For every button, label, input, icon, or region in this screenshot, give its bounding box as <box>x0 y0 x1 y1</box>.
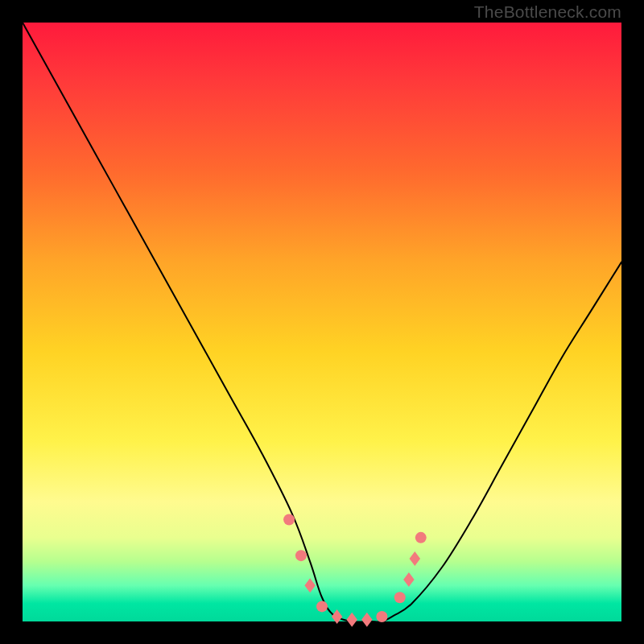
chart-svg <box>0 0 644 644</box>
marker-diamond <box>304 578 316 592</box>
chart-frame: TheBottleneck.com <box>0 0 644 644</box>
marker-circle <box>394 592 406 603</box>
marker-circle <box>295 550 307 561</box>
marker-diamond <box>346 613 357 627</box>
marker-circle <box>376 611 387 622</box>
bottleneck-curve <box>23 23 621 622</box>
marker-circle <box>316 601 328 612</box>
marker-circle <box>415 532 427 543</box>
marker-diamond <box>403 572 415 587</box>
marker-diamond <box>410 551 421 566</box>
marker-diamond <box>332 609 343 624</box>
marker-diamond <box>361 613 373 627</box>
marker-circle <box>283 514 295 526</box>
